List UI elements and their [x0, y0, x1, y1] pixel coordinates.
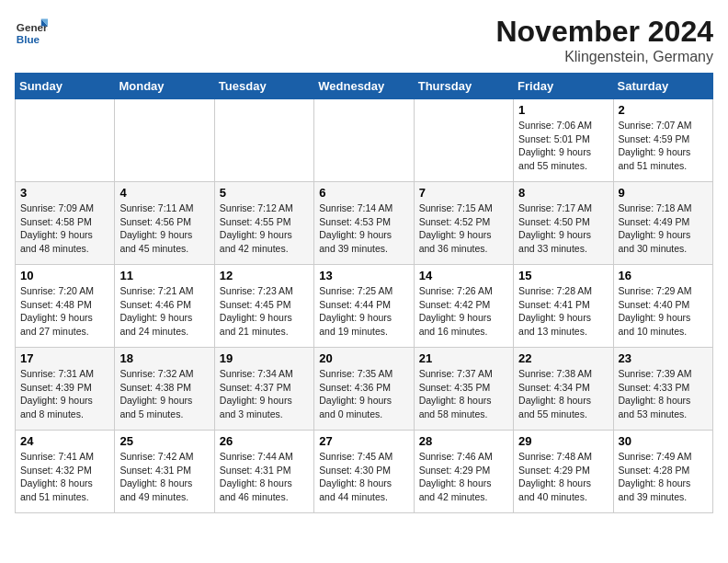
day-info: Sunrise: 7:42 AMSunset: 4:31 PMDaylight:… — [119, 450, 209, 504]
calendar-header-saturday: Saturday — [613, 74, 712, 99]
calendar-cell: 19 Sunrise: 7:34 AMSunset: 4:37 PMDaylig… — [214, 348, 313, 431]
day-info: Sunrise: 7:06 AMSunset: 5:01 PMDaylight:… — [518, 119, 608, 173]
calendar-cell: 1 Sunrise: 7:06 AMSunset: 5:01 PMDayligh… — [514, 99, 613, 182]
calendar-cell: 5 Sunrise: 7:12 AMSunset: 4:55 PMDayligh… — [214, 182, 313, 265]
day-info: Sunrise: 7:14 AMSunset: 4:53 PMDaylight:… — [319, 201, 408, 256]
calendar-cell: 30 Sunrise: 7:49 AMSunset: 4:28 PMDaylig… — [613, 431, 712, 513]
day-number: 27 — [319, 434, 408, 448]
day-number: 8 — [518, 186, 608, 200]
calendar-cell: 22 Sunrise: 7:38 AMSunset: 4:34 PMDaylig… — [514, 348, 613, 431]
day-info: Sunrise: 7:23 AMSunset: 4:45 PMDaylight:… — [220, 284, 309, 339]
day-info: Sunrise: 7:49 AMSunset: 4:28 PMDaylight:… — [619, 450, 708, 504]
day-number: 18 — [119, 351, 209, 365]
day-info: Sunrise: 7:39 AMSunset: 4:33 PMDaylight:… — [619, 367, 708, 421]
calendar-week-1: 1 Sunrise: 7:06 AMSunset: 5:01 PMDayligh… — [16, 99, 713, 182]
calendar-cell: 12 Sunrise: 7:23 AMSunset: 4:45 PMDaylig… — [214, 265, 313, 348]
calendar-cell: 28 Sunrise: 7:46 AMSunset: 4:29 PMDaylig… — [414, 431, 513, 513]
day-info: Sunrise: 7:29 AMSunset: 4:40 PMDaylight:… — [619, 284, 708, 339]
calendar-header-monday: Monday — [115, 74, 214, 99]
day-number: 29 — [518, 434, 608, 448]
calendar-header-thursday: Thursday — [414, 74, 513, 99]
calendar-cell: 13 Sunrise: 7:25 AMSunset: 4:44 PMDaylig… — [314, 265, 414, 348]
day-number: 19 — [220, 351, 309, 365]
calendar-cell: 3 Sunrise: 7:09 AMSunset: 4:58 PMDayligh… — [16, 182, 115, 265]
day-number: 6 — [319, 186, 408, 200]
svg-text:Blue: Blue — [17, 33, 40, 45]
calendar-cell: 21 Sunrise: 7:37 AMSunset: 4:35 PMDaylig… — [414, 348, 513, 431]
day-number: 28 — [419, 434, 508, 448]
logo-icon: General Blue — [15, 15, 48, 48]
calendar-cell: 4 Sunrise: 7:11 AMSunset: 4:56 PMDayligh… — [115, 182, 214, 265]
day-info: Sunrise: 7:38 AMSunset: 4:34 PMDaylight:… — [518, 367, 608, 421]
day-number: 11 — [119, 269, 209, 282]
calendar-cell: 26 Sunrise: 7:44 AMSunset: 4:31 PMDaylig… — [214, 431, 313, 513]
day-number: 3 — [20, 186, 109, 200]
day-info: Sunrise: 7:18 AMSunset: 4:49 PMDaylight:… — [619, 201, 708, 256]
calendar-cell: 25 Sunrise: 7:42 AMSunset: 4:31 PMDaylig… — [115, 431, 214, 513]
day-number: 2 — [619, 103, 708, 117]
calendar-week-4: 17 Sunrise: 7:31 AMSunset: 4:39 PMDaylig… — [16, 348, 713, 431]
calendar-cell: 15 Sunrise: 7:28 AMSunset: 4:41 PMDaylig… — [514, 265, 613, 348]
day-number: 24 — [20, 434, 109, 448]
day-number: 9 — [619, 186, 708, 200]
day-info: Sunrise: 7:09 AMSunset: 4:58 PMDaylight:… — [20, 201, 109, 256]
calendar-cell: 29 Sunrise: 7:48 AMSunset: 4:29 PMDaylig… — [514, 431, 613, 513]
calendar-header-tuesday: Tuesday — [214, 74, 313, 99]
day-number: 1 — [518, 103, 608, 117]
day-number: 12 — [220, 269, 309, 282]
calendar-cell: 18 Sunrise: 7:32 AMSunset: 4:38 PMDaylig… — [115, 348, 214, 431]
calendar-cell: 9 Sunrise: 7:18 AMSunset: 4:49 PMDayligh… — [613, 182, 712, 265]
calendar-table: SundayMondayTuesdayWednesdayThursdayFrid… — [15, 73, 713, 513]
day-info: Sunrise: 7:21 AMSunset: 4:46 PMDaylight:… — [119, 284, 209, 339]
day-info: Sunrise: 7:44 AMSunset: 4:31 PMDaylight:… — [220, 450, 309, 504]
month-title: November 2024 — [495, 15, 713, 49]
day-info: Sunrise: 7:25 AMSunset: 4:44 PMDaylight:… — [319, 284, 408, 339]
calendar-header-sunday: Sunday — [16, 74, 115, 99]
calendar-week-2: 3 Sunrise: 7:09 AMSunset: 4:58 PMDayligh… — [16, 182, 713, 265]
day-info: Sunrise: 7:34 AMSunset: 4:37 PMDaylight:… — [220, 367, 309, 421]
calendar-cell: 8 Sunrise: 7:17 AMSunset: 4:50 PMDayligh… — [514, 182, 613, 265]
day-number: 25 — [119, 434, 209, 448]
calendar-cell: 7 Sunrise: 7:15 AMSunset: 4:52 PMDayligh… — [414, 182, 513, 265]
calendar-cell: 2 Sunrise: 7:07 AMSunset: 4:59 PMDayligh… — [613, 99, 712, 182]
calendar-cell: 27 Sunrise: 7:45 AMSunset: 4:30 PMDaylig… — [314, 431, 414, 513]
day-number: 15 — [518, 269, 608, 282]
calendar-cell: 11 Sunrise: 7:21 AMSunset: 4:46 PMDaylig… — [115, 265, 214, 348]
calendar-cell: 16 Sunrise: 7:29 AMSunset: 4:40 PMDaylig… — [613, 265, 712, 348]
location: Klingenstein, Germany — [495, 49, 713, 65]
day-info: Sunrise: 7:12 AMSunset: 4:55 PMDaylight:… — [220, 201, 309, 256]
day-number: 23 — [619, 351, 708, 365]
day-info: Sunrise: 7:32 AMSunset: 4:38 PMDaylight:… — [119, 367, 209, 421]
day-number: 7 — [419, 186, 508, 200]
calendar-header-row: SundayMondayTuesdayWednesdayThursdayFrid… — [16, 74, 713, 99]
page-header: General Blue November 2024 Klingenstein,… — [15, 15, 713, 65]
day-info: Sunrise: 7:35 AMSunset: 4:36 PMDaylight:… — [319, 367, 408, 421]
calendar-cell: 24 Sunrise: 7:41 AMSunset: 4:32 PMDaylig… — [16, 431, 115, 513]
calendar-cell: 23 Sunrise: 7:39 AMSunset: 4:33 PMDaylig… — [613, 348, 712, 431]
day-number: 14 — [419, 269, 508, 282]
calendar-cell — [16, 99, 115, 182]
day-number: 17 — [20, 351, 109, 365]
calendar-header-wednesday: Wednesday — [314, 74, 414, 99]
calendar-cell: 6 Sunrise: 7:14 AMSunset: 4:53 PMDayligh… — [314, 182, 414, 265]
calendar-week-5: 24 Sunrise: 7:41 AMSunset: 4:32 PMDaylig… — [16, 431, 713, 513]
day-number: 26 — [220, 434, 309, 448]
calendar-cell: 14 Sunrise: 7:26 AMSunset: 4:42 PMDaylig… — [414, 265, 513, 348]
logo: General Blue — [15, 15, 48, 48]
day-info: Sunrise: 7:20 AMSunset: 4:48 PMDaylight:… — [20, 284, 109, 339]
day-info: Sunrise: 7:48 AMSunset: 4:29 PMDaylight:… — [518, 450, 608, 504]
calendar-cell — [214, 99, 313, 182]
calendar-week-3: 10 Sunrise: 7:20 AMSunset: 4:48 PMDaylig… — [16, 265, 713, 348]
calendar-cell — [414, 99, 513, 182]
calendar-cell: 10 Sunrise: 7:20 AMSunset: 4:48 PMDaylig… — [16, 265, 115, 348]
day-info: Sunrise: 7:37 AMSunset: 4:35 PMDaylight:… — [419, 367, 508, 421]
day-info: Sunrise: 7:41 AMSunset: 4:32 PMDaylight:… — [20, 450, 109, 504]
calendar-cell: 17 Sunrise: 7:31 AMSunset: 4:39 PMDaylig… — [16, 348, 115, 431]
day-info: Sunrise: 7:26 AMSunset: 4:42 PMDaylight:… — [419, 284, 508, 339]
day-info: Sunrise: 7:46 AMSunset: 4:29 PMDaylight:… — [419, 450, 508, 504]
calendar-header-friday: Friday — [514, 74, 613, 99]
calendar-cell — [314, 99, 414, 182]
day-info: Sunrise: 7:07 AMSunset: 4:59 PMDaylight:… — [619, 119, 708, 173]
day-number: 16 — [619, 269, 708, 282]
day-info: Sunrise: 7:11 AMSunset: 4:56 PMDaylight:… — [119, 201, 209, 256]
